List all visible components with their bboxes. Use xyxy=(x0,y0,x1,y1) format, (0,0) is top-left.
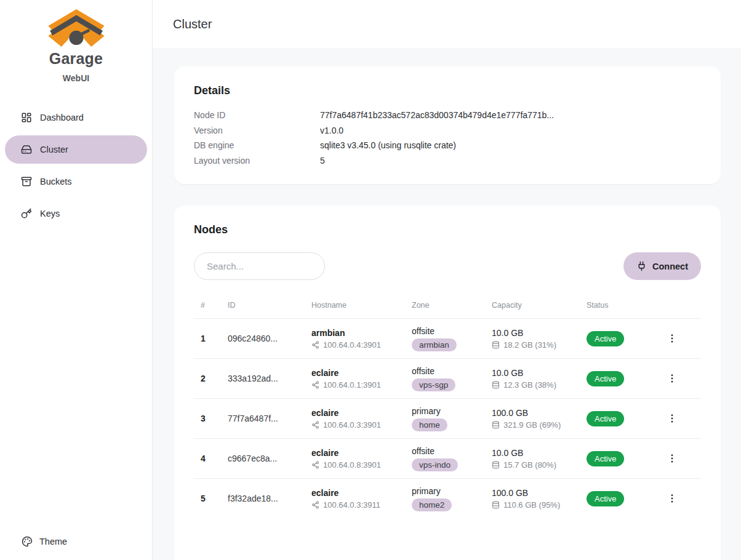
node-status-cell: Active xyxy=(580,491,656,506)
sidebar-item[interactable]: Cluster xyxy=(5,135,147,164)
app-subtitle: WebUI xyxy=(0,73,152,83)
node-capacity: 10.0 GB xyxy=(492,368,580,378)
sidebar-item-label: Cluster xyxy=(40,145,68,154)
detail-label: Layout version xyxy=(194,155,320,167)
table-row: 5 f3f32ade18... eclaire 100.64.0.3:3911 … xyxy=(194,478,701,518)
node-usage: 321.9 GB (69%) xyxy=(503,420,561,430)
node-capacity: 10.0 GB xyxy=(492,448,580,458)
sidebar-item[interactable]: Keys xyxy=(5,199,147,228)
detail-row: Node ID 77f7a6487f41b233ac572ac83d00374b… xyxy=(194,110,701,122)
sidebar-item-label: Keys xyxy=(40,209,60,218)
garage-logo-icon xyxy=(47,8,105,47)
sidebar-nav: Dashboard Cluster Buckets Keys xyxy=(0,103,152,228)
node-hostname: eclaire xyxy=(311,368,405,378)
sidebar-item-label: Buckets xyxy=(40,177,72,186)
zone-type: offsite xyxy=(412,366,485,376)
node-status-cell: Active xyxy=(580,451,656,466)
node-address-line: 100.64.0.3:3911 xyxy=(311,500,405,510)
node-hostname-cell: eclaire 100.64.0.3:3901 xyxy=(305,408,405,430)
main-area: Cluster Details Node ID 77f7a6487f41b233… xyxy=(153,0,741,560)
status-badge: Active xyxy=(587,371,624,386)
kebab-icon xyxy=(667,453,678,464)
database-icon xyxy=(492,501,500,509)
content: Details Node ID 77f7a6487f41b233ac572ac8… xyxy=(153,48,741,560)
node-usage-line: 12.3 GB (38%) xyxy=(492,380,580,390)
node-hostname: eclaire xyxy=(311,408,405,418)
node-actions-cell xyxy=(656,370,701,386)
detail-value: v1.0.0 xyxy=(320,125,343,137)
zone-badge: home xyxy=(412,418,447,431)
status-badge: Active xyxy=(587,331,624,346)
connect-button[interactable]: Connect xyxy=(623,252,701,280)
node-status-cell: Active xyxy=(580,371,656,386)
node-hostname: eclaire xyxy=(311,448,405,458)
nav-icon xyxy=(21,176,32,187)
node-usage: 18.2 GB (31%) xyxy=(503,340,556,350)
node-usage-line: 15.7 GB (80%) xyxy=(492,460,580,470)
nav-icon xyxy=(21,208,32,219)
zone-badge: vps-indo xyxy=(412,458,458,471)
row-menu-button[interactable] xyxy=(663,370,681,386)
share-icon xyxy=(311,341,319,349)
node-id: f3f32ade18... xyxy=(221,494,305,503)
node-status-cell: Active xyxy=(580,411,656,426)
zone-badge: home2 xyxy=(412,498,452,511)
table-row: 2 333a192ad... eclaire 100.64.0.1:3901 o… xyxy=(194,358,701,398)
app-logo xyxy=(0,0,152,50)
theme-button[interactable]: Theme xyxy=(0,536,152,560)
node-hostname-cell: eclaire 100.64.0.3:3911 xyxy=(305,488,405,510)
search-input[interactable] xyxy=(194,252,325,280)
zone-type: primary xyxy=(412,406,485,416)
row-menu-button[interactable] xyxy=(663,410,681,426)
node-usage: 110.6 GB (95%) xyxy=(503,500,560,510)
table-row: 1 096c24860... armbian 100.64.0.4:3901 o… xyxy=(194,318,701,358)
detail-label: Node ID xyxy=(194,110,320,122)
row-menu-button[interactable] xyxy=(663,330,681,346)
details-rows: Node ID 77f7a6487f41b233ac572ac83d00374b… xyxy=(194,110,701,167)
details-card: Details Node ID 77f7a6487f41b233ac572ac8… xyxy=(174,66,721,184)
detail-value: 5 xyxy=(320,155,325,167)
node-capacity: 100.0 GB xyxy=(492,488,580,498)
nodes-toolbar: Connect xyxy=(194,252,701,280)
node-number: 1 xyxy=(194,334,221,343)
theme-label: Theme xyxy=(39,537,67,546)
node-actions-cell xyxy=(656,490,701,506)
database-icon xyxy=(492,381,500,389)
node-capacity: 10.0 GB xyxy=(492,328,580,338)
table-row: 3 77f7a6487f... eclaire 100.64.0.3:3901 … xyxy=(194,398,701,438)
node-address: 100.64.0.3:3901 xyxy=(323,420,381,430)
sidebar-item[interactable]: Dashboard xyxy=(5,103,147,132)
nodes-table: # ID Hostname Zone Capacity Status 1 096… xyxy=(194,292,701,518)
node-actions-cell xyxy=(656,410,701,426)
node-id: 096c24860... xyxy=(221,334,305,343)
sidebar: Garage WebUI Dashboard Cluster Buckets K… xyxy=(0,0,153,560)
node-address-line: 100.64.0.1:3901 xyxy=(311,380,405,390)
col-capacity: Capacity xyxy=(485,301,580,310)
status-badge: Active xyxy=(587,411,624,426)
node-capacity-cell: 10.0 GB 12.3 GB (38%) xyxy=(485,368,580,390)
row-menu-button[interactable] xyxy=(663,450,681,466)
node-usage: 15.7 GB (80%) xyxy=(503,460,556,470)
node-zone-cell: primary home xyxy=(405,406,485,431)
node-zone-cell: offsite armbian xyxy=(405,326,485,351)
col-hostname: Hostname xyxy=(305,301,405,310)
col-id: ID xyxy=(221,301,305,310)
share-icon xyxy=(311,501,319,509)
node-id: 77f7a6487f... xyxy=(221,414,305,423)
sidebar-item[interactable]: Buckets xyxy=(5,167,147,196)
detail-label: Version xyxy=(194,125,320,137)
node-hostname: armbian xyxy=(311,328,405,338)
node-address: 100.64.0.1:3901 xyxy=(323,380,381,390)
node-number: 2 xyxy=(194,374,221,383)
row-menu-button[interactable] xyxy=(663,490,681,506)
database-icon xyxy=(492,341,500,349)
share-icon xyxy=(311,381,319,389)
zone-badge: armbian xyxy=(412,338,457,351)
col-status: Status xyxy=(580,301,656,310)
share-icon xyxy=(311,421,319,429)
database-icon xyxy=(492,461,500,469)
node-actions-cell xyxy=(656,330,701,346)
node-hostname-cell: eclaire 100.64.0.8:3901 xyxy=(305,448,405,470)
detail-row: Version v1.0.0 xyxy=(194,125,701,137)
nodes-card: Nodes Connect # ID Hostname Zone Capacit… xyxy=(174,206,721,560)
